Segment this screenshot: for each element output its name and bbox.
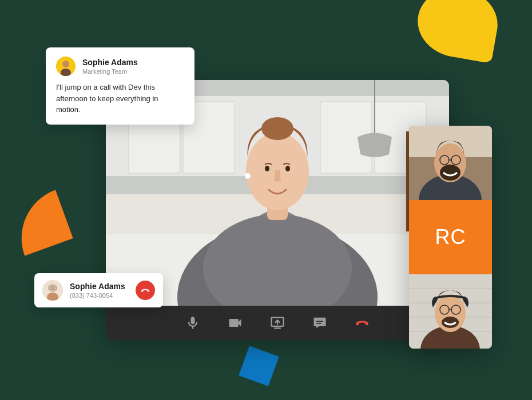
contact-name: Sophie Adams — [70, 282, 129, 291]
svg-point-32 — [440, 165, 460, 181]
decorative-shape-yellow — [412, 0, 503, 63]
message-body-text: I'll jump on a call with Dev this aftern… — [56, 82, 184, 115]
chat-message-card: Sophie Adams Marketing Team I'll jump on… — [46, 47, 194, 125]
decorative-shape-orange — [7, 190, 73, 255]
contact-phone: (833) 743-0054 — [70, 292, 129, 299]
screen-share-icon[interactable] — [269, 314, 286, 331]
svg-point-43 — [442, 317, 459, 328]
svg-point-17 — [245, 173, 251, 179]
participant-tile-1[interactable] — [409, 126, 492, 200]
video-icon[interactable] — [227, 314, 244, 331]
message-author-avatar — [56, 57, 76, 76]
svg-point-14 — [261, 117, 293, 140]
participant-tile-initials[interactable]: RC — [409, 200, 492, 274]
svg-point-15 — [265, 166, 269, 171]
participant-initials: RC — [435, 225, 466, 249]
hangup-button[interactable] — [136, 281, 155, 300]
svg-point-21 — [62, 61, 69, 67]
participant-tile-3[interactable] — [409, 274, 492, 349]
microphone-icon[interactable] — [184, 314, 201, 331]
video-toolbar — [106, 306, 449, 340]
svg-point-16 — [285, 166, 290, 171]
chat-icon[interactable] — [311, 314, 328, 331]
message-author-subtitle: Marketing Team — [82, 68, 138, 75]
decorative-shape-blue — [239, 346, 279, 386]
participants-panel: RC — [409, 126, 492, 349]
message-author-name: Sophie Adams — [82, 58, 138, 67]
end-call-icon[interactable] — [354, 314, 371, 331]
active-call-card: Sophie Adams (833) 743-0054 — [34, 273, 163, 307]
contact-avatar — [42, 280, 63, 301]
svg-point-24 — [49, 284, 57, 292]
